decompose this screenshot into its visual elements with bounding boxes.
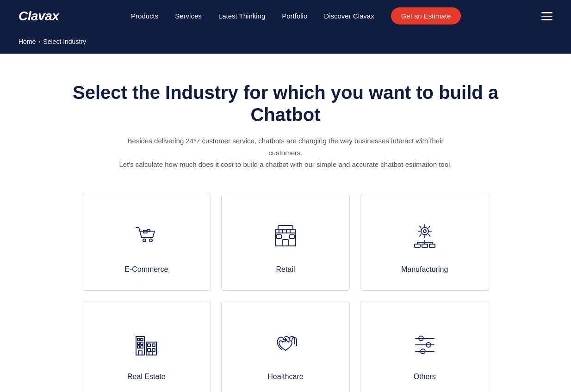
svg-rect-31 — [429, 244, 435, 247]
others-label: Others — [414, 373, 436, 381]
svg-point-14 — [421, 227, 428, 235]
industry-card-real-estate[interactable]: Real Estate — [82, 301, 211, 392]
others-icon — [406, 325, 443, 361]
industry-card-manufacturing[interactable]: Manufacturing — [360, 194, 489, 291]
svg-rect-12 — [290, 235, 294, 239]
manufacturing-icon — [406, 217, 443, 254]
ecommerce-icon — [128, 217, 165, 254]
manufacturing-label: Manufacturing — [401, 265, 448, 274]
svg-rect-34 — [141, 338, 143, 341]
healthcare-label: Healthcare — [267, 373, 303, 381]
svg-point-1 — [149, 239, 152, 242]
industry-card-retail[interactable]: Retail — [221, 194, 350, 291]
svg-rect-33 — [137, 338, 140, 341]
page-subtitle: Besides delivering 24*7 customer service… — [110, 135, 461, 171]
retail-icon — [267, 217, 304, 254]
breadcrumb-current: Select Industry — [43, 38, 86, 45]
healthcare-icon — [267, 325, 304, 361]
industry-card-ecommerce[interactable]: E-Commerce — [82, 194, 211, 291]
nav-products[interactable]: Products — [131, 12, 158, 20]
svg-line-23 — [420, 234, 421, 236]
svg-rect-45 — [149, 351, 153, 355]
svg-rect-39 — [138, 351, 142, 355]
breadcrumb: Home › Select Industry — [0, 32, 571, 54]
svg-rect-30 — [422, 244, 428, 247]
svg-rect-41 — [148, 344, 150, 347]
svg-rect-13 — [278, 226, 293, 229]
breadcrumb-chevron: › — [38, 38, 40, 45]
industry-card-others[interactable]: Others — [360, 301, 489, 392]
retail-label: Retail — [276, 265, 295, 274]
real-estate-icon — [128, 325, 165, 361]
nav-services[interactable]: Services — [175, 12, 202, 20]
nav-portfolio[interactable]: Portfolio — [282, 12, 307, 20]
svg-point-0 — [143, 239, 146, 242]
get-estimate-button[interactable]: Get an Estimate — [391, 7, 461, 24]
hamburger-menu[interactable] — [541, 12, 552, 20]
svg-rect-3 — [147, 229, 150, 232]
svg-rect-10 — [283, 239, 288, 246]
real-estate-label: Real Estate — [127, 373, 166, 381]
svg-point-15 — [423, 230, 426, 233]
svg-rect-4 — [275, 229, 296, 233]
nav-discover-clavax[interactable]: Discover Clavax — [324, 12, 374, 20]
svg-rect-37 — [137, 346, 140, 348]
svg-rect-36 — [141, 342, 143, 344]
svg-rect-42 — [152, 344, 155, 347]
svg-rect-38 — [141, 346, 143, 348]
svg-rect-11 — [277, 235, 281, 239]
industry-grid: E-Commerce — [82, 194, 489, 392]
page-title: Select the Industry for which you want t… — [50, 81, 521, 126]
nav-latest-thinking[interactable]: Latest Thinking — [218, 12, 265, 20]
svg-line-22 — [428, 226, 430, 228]
svg-line-20 — [420, 226, 421, 228]
svg-rect-35 — [137, 342, 140, 344]
svg-rect-29 — [415, 244, 420, 247]
site-logo[interactable]: Clavax — [19, 9, 59, 24]
ecommerce-label: E-Commerce — [124, 265, 168, 274]
industry-card-healthcare[interactable]: Healthcare — [221, 301, 350, 392]
breadcrumb-home[interactable]: Home — [19, 38, 36, 45]
svg-line-21 — [428, 234, 430, 236]
